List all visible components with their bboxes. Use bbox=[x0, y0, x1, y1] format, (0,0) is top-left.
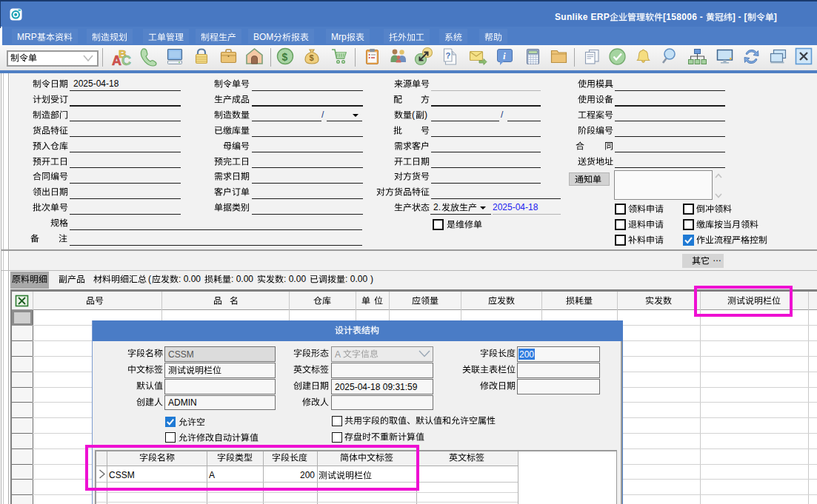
svg-text:$: $ bbox=[282, 51, 288, 63]
svg-text:C: C bbox=[121, 53, 131, 68]
svg-text:$: $ bbox=[310, 53, 314, 62]
svg-text:i: i bbox=[503, 50, 506, 61]
svg-text:?: ? bbox=[446, 51, 451, 60]
